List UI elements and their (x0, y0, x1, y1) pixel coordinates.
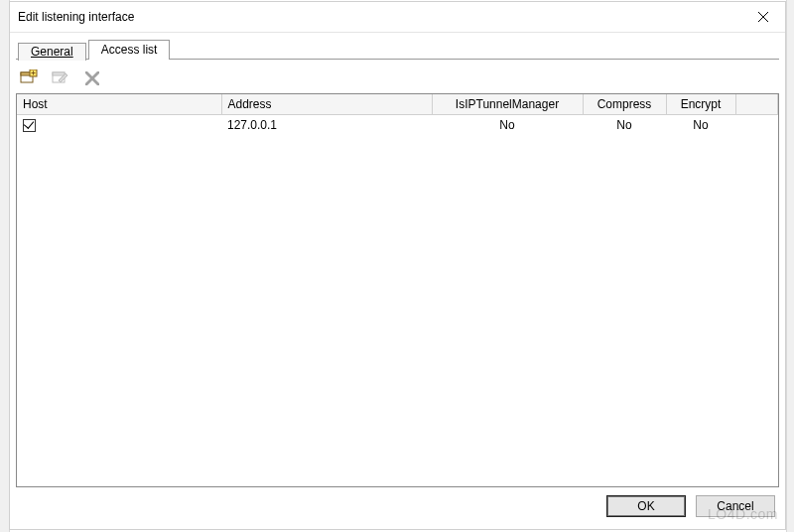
col-address[interactable]: Address (221, 94, 432, 115)
tab-general[interactable]: General (18, 43, 86, 61)
tab-access-list[interactable]: Access list (88, 40, 171, 60)
cancel-button[interactable]: Cancel (696, 495, 775, 517)
client-area: General Access list (10, 33, 785, 529)
col-host[interactable]: Host (17, 94, 221, 115)
delete-button[interactable] (81, 67, 103, 89)
close-button[interactable] (741, 2, 785, 32)
col-compress[interactable]: Compress (583, 94, 666, 115)
dialog-window: Edit listening interface General Access … (9, 1, 786, 530)
tab-bar: General Access list (16, 37, 779, 60)
dialog-footer: OK Cancel (16, 487, 779, 523)
close-icon (758, 12, 768, 22)
col-encrypt[interactable]: Encrypt (666, 94, 735, 115)
cell-filler (735, 115, 778, 136)
delete-x-icon (85, 71, 99, 85)
backdrop-right (786, 0, 794, 532)
column-header-row: Host Address IsIPTunnelManager Compress … (17, 94, 778, 115)
list-view[interactable]: Host Address IsIPTunnelManager Compress … (16, 93, 779, 487)
cell-compress: No (583, 115, 666, 136)
tab-access-list-label: Access list (101, 43, 158, 57)
cell-istunnel: No (432, 115, 583, 136)
cell-host[interactable] (17, 115, 221, 136)
toolbar (16, 60, 779, 93)
add-card-icon (20, 69, 38, 87)
edit-button[interactable] (50, 67, 71, 89)
edit-card-icon (52, 69, 69, 87)
titlebar: Edit listening interface (10, 2, 785, 33)
col-filler (735, 94, 778, 115)
cell-encrypt: No (666, 115, 735, 136)
table-row[interactable]: 127.0.0.1 No No No (17, 115, 778, 136)
ok-button[interactable]: OK (606, 495, 686, 517)
add-button[interactable] (18, 67, 40, 89)
window-title: Edit listening interface (18, 10, 741, 24)
host-checkbox[interactable] (23, 119, 36, 132)
tab-general-label: General (31, 45, 73, 59)
svg-rect-8 (53, 72, 65, 75)
col-istunnel[interactable]: IsIPTunnelManager (432, 94, 583, 115)
cell-address: 127.0.0.1 (221, 115, 432, 136)
